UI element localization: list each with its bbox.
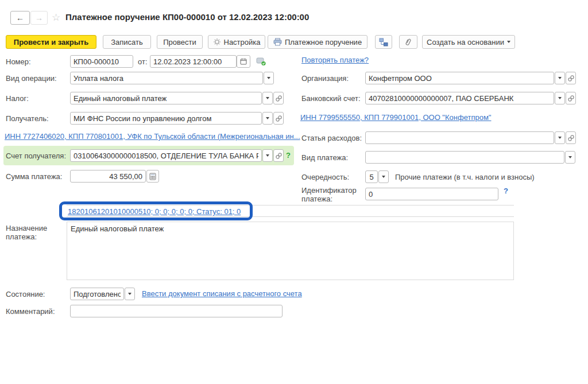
print-label: Платежное поручение (285, 38, 362, 46)
expense-item-select[interactable] (365, 131, 554, 144)
expense-item-dropdown-button[interactable] (555, 131, 565, 144)
recipient-account-dropdown-button[interactable] (262, 149, 273, 162)
payment-kind-label: Вид платежа: (301, 153, 348, 162)
organization-label: Организация: (301, 74, 349, 83)
chevron-down-icon (558, 77, 562, 79)
number-label: Номер: (6, 57, 31, 66)
set-posting-date-icon[interactable] (256, 57, 266, 68)
settings-label: Настройка (224, 38, 261, 46)
operation-type-label: Вид операции: (6, 74, 57, 83)
recipient-select[interactable] (70, 112, 262, 125)
calculator-icon (149, 173, 156, 180)
paperclip-icon (404, 37, 413, 47)
priority-dropdown-button[interactable] (378, 170, 389, 183)
recipient-account-help-icon[interactable]: ? (286, 151, 291, 160)
chevron-down-icon (266, 117, 269, 119)
chain-link-icon (567, 95, 575, 102)
priority-label: Очередность: (301, 173, 349, 181)
priority-caption: Прочие платежи (в т.ч. налоги и взносы) (395, 173, 535, 181)
organization-dropdown-button[interactable] (555, 72, 565, 84)
bank-account-dropdown-button[interactable] (555, 92, 565, 104)
recipient-details-link[interactable]: ИНН 7727406020, КПП 770801001, УФК по Ту… (5, 132, 300, 141)
forward-button[interactable]: → (30, 11, 48, 25)
bank-account-label: Банковский счет: (301, 94, 361, 103)
state-label: Состояние: (6, 290, 45, 298)
state-dropdown-button[interactable] (125, 288, 135, 300)
chevron-down-icon (382, 176, 385, 178)
date-input[interactable] (150, 55, 237, 68)
post-button[interactable]: Провести (157, 35, 203, 49)
print-payment-order-button[interactable]: Платежное поручение (268, 35, 368, 49)
attachments-button[interactable] (399, 35, 417, 49)
payment-kind-dropdown-button[interactable] (565, 151, 575, 164)
tax-dropdown-button[interactable] (262, 92, 273, 104)
bank-account-select[interactable] (365, 92, 554, 104)
tax-label: Налог: (6, 94, 29, 103)
back-button[interactable]: ← (10, 11, 30, 25)
purpose-textarea[interactable]: Единый налоговый платеж (67, 222, 514, 280)
chevron-down-icon (558, 137, 562, 139)
back-arrow-icon: ← (16, 13, 24, 22)
chevron-down-icon (507, 41, 510, 43)
calendar-button[interactable] (237, 55, 250, 68)
recipient-label: Получатель: (6, 114, 49, 123)
payment-kind-select[interactable] (365, 151, 564, 164)
tax-select[interactable] (70, 92, 262, 104)
repeat-payment-link[interactable]: Повторять платеж? (301, 56, 369, 64)
state-select[interactable] (70, 288, 124, 300)
forward-arrow-icon: → (35, 13, 43, 22)
payment-id-input[interactable] (365, 188, 498, 200)
chevron-down-icon (267, 77, 270, 79)
favorite-star-icon[interactable]: ☆ (52, 11, 60, 24)
chevron-down-icon (266, 97, 269, 99)
post-and-close-label: Провести и закрыть (14, 38, 88, 46)
chevron-down-icon (266, 154, 269, 157)
post-label: Провести (163, 38, 196, 46)
priority-select[interactable] (365, 170, 378, 183)
chain-link-icon (275, 115, 283, 122)
create-based-on-button[interactable]: Создать на основании (422, 35, 515, 49)
purpose-label: Назначение платежа: (6, 224, 55, 241)
expense-item-label: Статья расходов: (301, 134, 362, 142)
chain-link-icon (275, 95, 283, 102)
chain-link-icon (275, 152, 283, 160)
chevron-down-icon (568, 156, 572, 158)
chain-link-icon (567, 134, 575, 142)
page-title: Платежное поручение КП00-000010 от 12.02… (65, 12, 309, 22)
payment-order-window: ← → ☆ Платежное поручение КП00-000010 от… (0, 0, 588, 384)
annotation-highlight-box (59, 201, 253, 220)
comment-label: Комментарий: (6, 307, 55, 316)
operation-type-dropdown-button[interactable] (264, 72, 274, 84)
recipient-account-label: Счет получателя: (6, 152, 66, 160)
settings-button[interactable]: Настройка (208, 35, 265, 49)
amount-input[interactable] (70, 170, 146, 183)
organization-select[interactable] (365, 72, 554, 84)
recipient-account-open-button[interactable] (273, 149, 284, 162)
recipient-dropdown-button[interactable] (262, 112, 273, 125)
recipient-open-button[interactable] (273, 112, 284, 125)
recipient-account-select[interactable] (70, 149, 262, 162)
amount-label: Сумма платежа: (6, 172, 62, 181)
organization-open-button[interactable] (566, 72, 576, 84)
related-documents-icon (379, 38, 388, 46)
bank-account-open-button[interactable] (566, 92, 576, 104)
tax-open-button[interactable] (273, 92, 284, 104)
expense-item-open-button[interactable] (566, 131, 576, 144)
comment-input[interactable] (70, 305, 283, 317)
write-button[interactable]: Записать (103, 35, 151, 49)
write-label: Записать (111, 38, 143, 46)
calendar-icon (240, 58, 247, 65)
create-based-on-label: Создать на основании (427, 38, 504, 46)
printer-icon (273, 38, 282, 46)
operation-type-select[interactable] (70, 72, 263, 84)
post-and-close-button[interactable]: Провести и закрыть (6, 35, 96, 49)
gear-icon (213, 38, 221, 46)
chain-link-icon (567, 75, 575, 82)
number-input[interactable] (70, 55, 133, 68)
chevron-down-icon (558, 97, 562, 99)
calculator-button[interactable] (146, 170, 159, 183)
related-documents-button[interactable] (375, 35, 392, 49)
payment-id-help-icon[interactable]: ? (504, 187, 508, 195)
organization-details-link[interactable]: ИНН 7799555550, КПП 779901001, ООО "Конф… (300, 113, 491, 122)
enter-debit-document-link[interactable]: Ввести документ списания с расчетного сч… (142, 289, 302, 298)
